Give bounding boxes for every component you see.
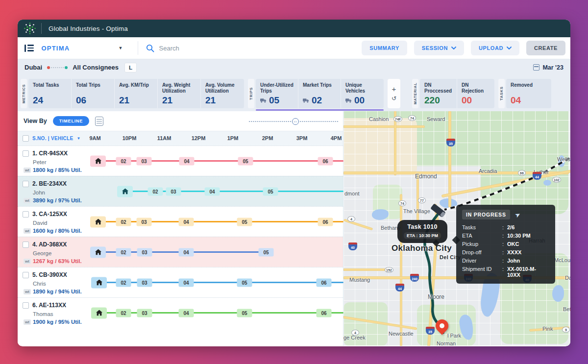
home-stop-badge[interactable] — [90, 216, 106, 227]
tooltip-separator: : — [502, 266, 507, 278]
vehicle-row[interactable]: 4. AD-368XXGeorgewt1267 kg / 63% Util.02… — [18, 237, 343, 267]
map-place-label: Cashion — [369, 116, 389, 122]
stop-badge[interactable]: 03 — [137, 309, 152, 317]
metric-label: Removed — [511, 82, 547, 88]
app-selector-dropdown[interactable]: OPTIMA ▼ — [42, 45, 130, 52]
row-checkbox[interactable] — [23, 211, 29, 218]
route-line — [51, 67, 64, 68]
home-stop-badge[interactable] — [90, 155, 106, 167]
create-button[interactable]: CREATE — [526, 41, 565, 55]
metric-cards: DN Proccessed220DN Rejection00 — [420, 79, 494, 108]
stop-badge[interactable]: 02 — [116, 157, 131, 165]
stop-badge[interactable]: 05 — [237, 309, 252, 317]
vehicle-row[interactable]: 1. CR-94SXXPeterwt1800 kg / 85% Util.020… — [18, 146, 343, 176]
stop-badge[interactable]: 05 — [238, 157, 253, 165]
home-stop-badge[interactable] — [91, 277, 107, 288]
stop-badge[interactable]: 02 — [116, 309, 131, 317]
row-checkbox[interactable] — [23, 302, 29, 309]
stop-badge[interactable]: 03 — [137, 248, 152, 256]
stop-badge[interactable]: 06 — [317, 309, 332, 317]
stop-badge[interactable]: 04 — [205, 187, 220, 195]
tooltip-row-label: ETA — [462, 233, 502, 239]
stop-badge[interactable]: 03 — [137, 157, 152, 165]
metric-card[interactable]: DN Rejection00 — [457, 79, 494, 108]
stop-badge[interactable]: 04 — [179, 278, 194, 287]
search-box[interactable] — [146, 44, 362, 52]
stop-badge[interactable]: 02 — [116, 248, 131, 256]
stop-badge[interactable]: 04 — [179, 309, 194, 317]
map-place-label: Bet — [563, 306, 570, 312]
add-button[interactable]: + — [392, 85, 396, 93]
session-dropdown-button[interactable]: SESSION — [414, 41, 464, 55]
l-badge-button[interactable]: L — [124, 63, 137, 73]
vehicle-header-label: S.NO. | VEHICLE — [32, 136, 73, 141]
row-checkbox[interactable] — [23, 181, 29, 187]
date-display[interactable]: Mar '23 — [533, 64, 564, 71]
metric-card[interactable]: Total Tasks24 — [28, 79, 72, 108]
metric-card[interactable]: Market Trips02 — [298, 79, 341, 108]
slider-handle[interactable]: ‹› — [292, 118, 299, 125]
stop-badge[interactable]: 03 — [137, 218, 152, 226]
stop-badge[interactable]: 06 — [318, 218, 333, 226]
utilization-value: 1267 kg / 63% Util. — [33, 258, 82, 264]
stop-badge[interactable]: 04 — [179, 218, 194, 226]
metric-card[interactable]: Under-Utilized Trips05 — [256, 79, 298, 108]
stop-badge[interactable]: 05 — [259, 248, 274, 256]
upload-dropdown-button[interactable]: UPLOAD — [471, 41, 519, 55]
map[interactable]: Task 1010 ETA : 10:30 PM IN PROGRESS ➤ T… — [343, 111, 570, 346]
summary-button[interactable]: SUMMARY — [362, 41, 407, 55]
hour-label: 9AM — [89, 135, 100, 141]
map-place-label: Moore — [428, 293, 444, 300]
stop-badge[interactable]: 04 — [179, 248, 194, 256]
stop-badge[interactable]: 05 — [237, 278, 252, 287]
home-stop-badge[interactable] — [90, 246, 106, 258]
map-place-label: Arcadia — [479, 168, 497, 174]
undo-button[interactable]: ↺ — [392, 96, 396, 101]
table-view-icon[interactable] — [95, 117, 103, 126]
metric-card[interactable]: Total Trips06 — [72, 79, 115, 108]
menu-list-icon[interactable] — [24, 45, 34, 52]
metric-card[interactable]: Avg. Volume Utilization21 — [201, 79, 244, 108]
row-checkbox[interactable] — [23, 150, 29, 157]
metric-card[interactable]: Avg. KM/Trip21 — [115, 79, 158, 108]
timeline-toggle-button[interactable]: TIMELINE — [53, 116, 89, 126]
tooltip-separator: : — [502, 249, 507, 255]
hour-label: 12PM — [192, 135, 206, 141]
metric-label: Market Trips — [303, 82, 336, 88]
vehicle-row[interactable]: 6. AE-113XXThomaswt1900 kg / 95% Util.02… — [18, 297, 343, 328]
vehicle-column-header[interactable]: S.NO. | VEHICLE ▼ — [18, 135, 85, 142]
home-stop-badge[interactable] — [117, 186, 133, 197]
task-popup[interactable]: Task 1010 ETA : 10:30 PM — [397, 220, 447, 243]
metric-card[interactable]: DN Proccessed220 — [420, 79, 457, 108]
stop-badge[interactable]: 06 — [318, 157, 333, 165]
metric-card[interactable]: Avg. Weight Utilization21 — [158, 79, 201, 108]
metric-value: 02 — [303, 95, 336, 106]
task-popup-eta: ETA : 10:30 PM — [404, 232, 441, 239]
stop-badge[interactable]: 06 — [317, 278, 332, 287]
row-checkbox[interactable] — [23, 272, 29, 278]
row-checkbox[interactable] — [23, 242, 29, 248]
home-stop-badge[interactable] — [91, 307, 107, 318]
stop-badge[interactable]: 02 — [116, 278, 131, 287]
driver-name: Chris — [23, 281, 83, 287]
stop-badge[interactable]: 03 — [166, 187, 181, 195]
stop-badge[interactable]: 02 — [148, 187, 163, 195]
select-all-checkbox[interactable] — [23, 135, 29, 142]
home-icon — [96, 280, 102, 286]
stop-badge[interactable]: 05 — [263, 187, 278, 195]
zoom-slider[interactable]: ‹› — [249, 121, 338, 122]
metric-label: Avg. Weight Utilization — [162, 82, 196, 94]
metric-card[interactable]: Unique Vehicles00 — [341, 79, 384, 108]
vehicle-row[interactable]: 2. BE-234XXJohnwt3890 kg / 97% Util.0203… — [18, 176, 343, 206]
vehicle-row[interactable]: 3. CA-125XXDavidwt1600 kg / 80% Util.020… — [18, 206, 343, 237]
metric-label: DN Rejection — [462, 82, 490, 94]
stop-badge[interactable]: 02 — [116, 218, 131, 226]
stop-badge[interactable]: 03 — [137, 278, 152, 287]
metric-card[interactable]: Removed04 — [506, 79, 551, 108]
stop-badge[interactable]: 05 — [237, 218, 252, 226]
search-input[interactable] — [159, 45, 306, 52]
chevron-down-icon: ▼ — [76, 136, 80, 141]
vehicle-row[interactable]: 5. CB-390XXChriswt1890 kg / 94% Util.020… — [18, 267, 343, 297]
tooltip-header: IN PROGRESS ➤ — [462, 210, 549, 219]
stop-badge[interactable]: 04 — [179, 157, 195, 165]
